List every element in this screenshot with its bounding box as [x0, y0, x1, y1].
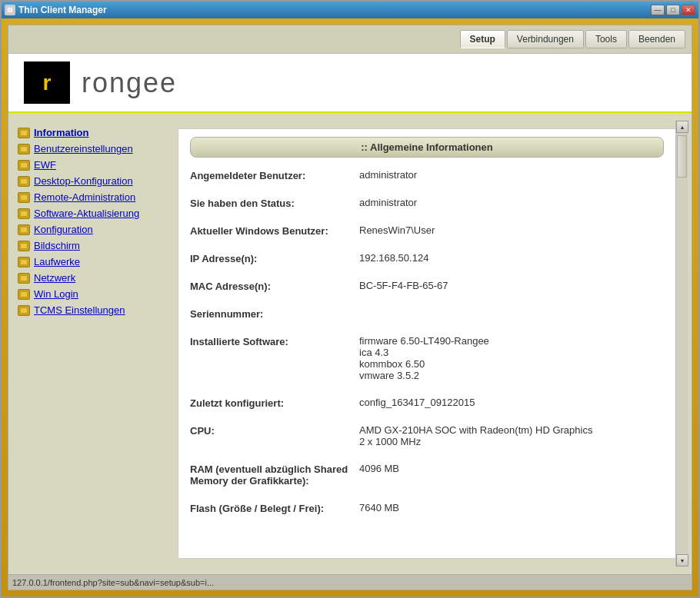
titlebar-title: ⊞ Thin Client Manager — [5, 5, 107, 15]
value-ram: 4096 MB — [359, 463, 664, 474]
content-area: Information Benutzereinstellungen EWF De… — [8, 113, 692, 574]
section-header: :: Allgemeine Informationen — [190, 137, 664, 158]
value-cpu: AMD GX-210HA SOC with Radeon(tm) HD Grap… — [359, 424, 664, 447]
inner-panel: Setup Verbindungen Tools Beenden r ronge… — [8, 25, 692, 590]
sidebar-icon-software — [18, 208, 30, 219]
label-benutzer: Angemeldeter Benutzer: — [190, 169, 359, 181]
label-windows-user: Aktueller Windows Benutzer: — [190, 224, 359, 237]
scroll-up-button[interactable]: ▲ — [676, 121, 688, 133]
sidebar-label-information: Information — [34, 127, 89, 138]
sidebar-label-remote: Remote-Administration — [34, 191, 135, 203]
scroll-track — [676, 133, 688, 554]
info-row-ip: IP Adresse(n): 192.168.50.124 — [190, 252, 664, 264]
sidebar: Information Benutzereinstellungen EWF De… — [8, 113, 178, 574]
sidebar-icon-information — [18, 128, 30, 138]
value-konfiguriert: config_163417_09122015 — [359, 397, 664, 408]
sidebar-item-ewf[interactable]: EWF — [16, 157, 170, 173]
logo-container: r rongee — [24, 61, 676, 104]
sidebar-icon-remote — [18, 192, 30, 203]
titlebar: ⊞ Thin Client Manager — □ ✕ — [2, 2, 698, 18]
info-row-serial: Seriennummer: — [190, 307, 664, 320]
sidebar-icon-laufwerke — [18, 257, 30, 267]
sidebar-icon-konfiguration — [18, 224, 30, 235]
close-button[interactable]: ✕ — [682, 5, 695, 15]
status-text: 127.0.0.1/frontend.php?site=sub&navi=set… — [12, 578, 214, 587]
value-windows-user: RenesWin7\User — [359, 224, 664, 236]
logo-box: r — [24, 61, 70, 104]
titlebar-app-icon: ⊞ — [5, 5, 15, 15]
value-flash: 7640 MB — [359, 502, 664, 513]
sidebar-label-tcms: TCMS Einstellungen — [34, 304, 125, 316]
label-mac: MAC Adresse(n): — [190, 280, 359, 292]
sidebar-label-netzwerk: Netzwerk — [34, 272, 75, 284]
sidebar-icon-benutzereinstellungen — [18, 144, 30, 154]
label-serial: Seriennummer: — [190, 307, 359, 320]
info-panel-container: :: Allgemeine Informationen Angemeldeter… — [178, 113, 692, 574]
sidebar-item-tcms[interactable]: TCMS Einstellungen — [16, 302, 170, 318]
sidebar-icon-bildschirm — [18, 241, 30, 251]
logo-name: rongee — [82, 67, 177, 99]
value-status: administrator — [359, 197, 664, 208]
info-row-windows-user: Aktueller Windows Benutzer: RenesWin7\Us… — [190, 224, 664, 237]
sidebar-icon-ewf — [18, 160, 30, 171]
label-konfiguriert: Zuletzt konfiguriert: — [190, 397, 359, 409]
info-row-flash: Flash (Größe / Belegt / Frei): 7640 MB — [190, 502, 664, 514]
info-row-benutzer: Angemeldeter Benutzer: administrator — [190, 169, 664, 181]
nav-tools[interactable]: Tools — [585, 30, 627, 48]
sidebar-item-netzwerk[interactable]: Netzwerk — [16, 270, 170, 286]
sidebar-label-bildschirm: Bildschirm — [34, 240, 80, 251]
info-row-konfiguriert: Zuletzt konfiguriert: config_163417_0912… — [190, 397, 664, 409]
nav-buttons: Setup Verbindungen Tools Beenden — [460, 30, 685, 48]
minimize-button[interactable]: — — [651, 5, 665, 15]
sidebar-item-konfiguration[interactable]: Konfiguration — [16, 221, 170, 238]
sidebar-item-laufwerke[interactable]: Laufwerke — [16, 254, 170, 270]
scroll-thumb[interactable] — [677, 135, 687, 178]
status-bar: 127.0.0.1/frontend.php?site=sub&navi=set… — [8, 574, 692, 590]
top-nav: Setup Verbindungen Tools Beenden — [8, 25, 692, 54]
main-frame: Setup Verbindungen Tools Beenden r ronge… — [2, 18, 698, 596]
scrollbar[interactable]: ▲ ▼ — [675, 121, 688, 566]
info-row-mac: MAC Adresse(n): BC-5F-F4-FB-65-67 — [190, 280, 664, 292]
value-ip: 192.168.50.124 — [359, 252, 664, 264]
sidebar-label-ewf: EWF — [34, 159, 56, 171]
info-panel: :: Allgemeine Informationen Angemeldeter… — [178, 128, 675, 559]
sidebar-item-desktop-konfiguration[interactable]: Desktop-Konfiguration — [16, 173, 170, 189]
info-row-cpu: CPU: AMD GX-210HA SOC with Radeon(tm) HD… — [190, 424, 664, 447]
sidebar-icon-desktop — [18, 176, 30, 187]
value-benutzer: administrator — [359, 169, 664, 181]
sidebar-label-benutzereinstellungen: Benutzereinstellungen — [34, 143, 133, 154]
nav-beenden[interactable]: Beenden — [628, 30, 685, 48]
sidebar-icon-tcms — [18, 305, 30, 316]
label-software: Installierte Software: — [190, 335, 359, 347]
sidebar-item-remote-administration[interactable]: Remote-Administration — [16, 189, 170, 205]
sidebar-label-desktop: Desktop-Konfiguration — [34, 175, 133, 187]
nav-verbindungen[interactable]: Verbindungen — [507, 30, 584, 48]
logo-letter: r — [43, 71, 52, 95]
label-status: Sie haben den Status: — [190, 197, 359, 209]
sidebar-label-konfiguration: Konfiguration — [34, 224, 93, 235]
logo-area: r rongee — [8, 54, 692, 113]
nav-setup[interactable]: Setup — [460, 30, 505, 48]
info-row-software: Installierte Software: firmware 6.50-LT4… — [190, 335, 664, 381]
titlebar-buttons: — □ ✕ — [651, 5, 695, 15]
value-mac: BC-5F-F4-FB-65-67 — [359, 280, 664, 291]
sidebar-label-win-login: Win Login — [34, 288, 78, 300]
label-ram: RAM (eventuell abzüglich Shared Memory d… — [190, 463, 359, 487]
label-cpu: CPU: — [190, 424, 359, 437]
sidebar-item-benutzereinstellungen[interactable]: Benutzereinstellungen — [16, 141, 170, 157]
sidebar-icon-netzwerk — [18, 273, 30, 284]
sidebar-item-software-aktualisierung[interactable]: Software-Aktualisierung — [16, 205, 170, 221]
sidebar-item-information[interactable]: Information — [16, 125, 170, 141]
sidebar-label-laufwerke: Laufwerke — [34, 256, 80, 267]
sidebar-label-software: Software-Aktualisierung — [34, 208, 139, 219]
info-row-status: Sie haben den Status: administrator — [190, 197, 664, 209]
sidebar-item-win-login[interactable]: Win Login — [16, 286, 170, 302]
scroll-down-button[interactable]: ▼ — [676, 554, 688, 566]
maximize-button[interactable]: □ — [666, 5, 680, 15]
main-window: ⊞ Thin Client Manager — □ ✕ Setup Verbin… — [0, 0, 700, 598]
label-ip: IP Adresse(n): — [190, 252, 359, 264]
sidebar-item-bildschirm[interactable]: Bildschirm — [16, 238, 170, 254]
sidebar-icon-win-login — [18, 289, 30, 300]
info-row-ram: RAM (eventuell abzüglich Shared Memory d… — [190, 463, 664, 487]
label-flash: Flash (Größe / Belegt / Frei): — [190, 502, 359, 514]
